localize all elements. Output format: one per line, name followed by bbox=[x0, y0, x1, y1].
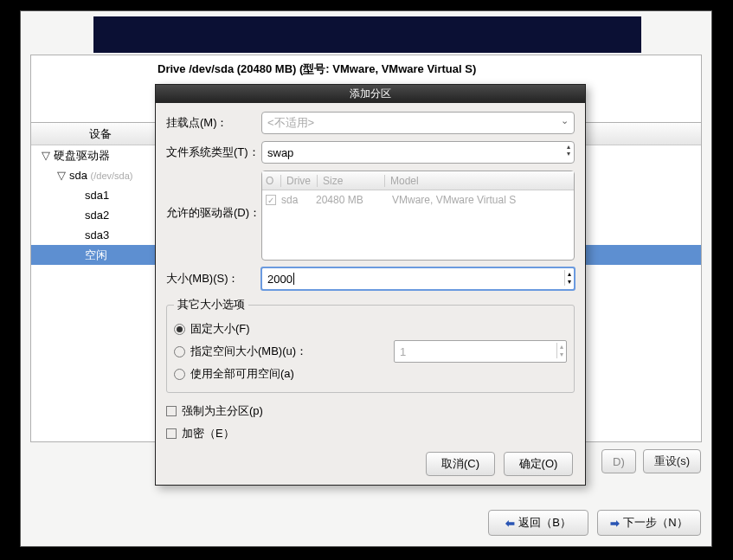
allowed-drives-label: 允许的驱动器(D)： bbox=[166, 171, 261, 221]
drive-row[interactable]: ✓ sda 20480 MB VMware, VMware Virtual S bbox=[262, 190, 574, 209]
banner bbox=[93, 16, 641, 53]
text-caret bbox=[293, 273, 294, 285]
spin-icon[interactable]: ▴▾ bbox=[564, 270, 571, 286]
radio-fillall-label: 使用全部可用空间(a) bbox=[190, 366, 294, 382]
col-model: Model bbox=[385, 175, 574, 187]
drive-list-header: O Drive Size Model bbox=[262, 171, 574, 190]
chevron-down-icon: ⌄ bbox=[561, 115, 569, 126]
checkbox-icon bbox=[166, 428, 177, 439]
drive-size: 20480 MB bbox=[316, 194, 392, 206]
reset-button[interactable]: 重设(s) bbox=[643, 449, 701, 473]
col-check: O bbox=[266, 175, 281, 187]
tree-free-label: 空闲 bbox=[85, 248, 107, 263]
drive-name: sda bbox=[281, 194, 316, 206]
tree-root-label: 硬盘驱动器 bbox=[54, 148, 110, 164]
arrow-left-icon: ⬅ bbox=[505, 517, 515, 530]
tree-disk-label: sda bbox=[69, 169, 87, 182]
fstype-label: 文件系统类型(T)： bbox=[166, 145, 261, 160]
fstype-combo[interactable]: swap ▴▾ bbox=[261, 141, 575, 164]
size-options-legend: 其它大小选项 bbox=[174, 297, 248, 312]
delete-button[interactable]: D) bbox=[601, 449, 636, 473]
drive-header: Drive /dev/sda (20480 MB) (型号: VMware, V… bbox=[158, 61, 476, 77]
next-button[interactable]: ➡ 下一步（N） bbox=[597, 510, 701, 536]
col-size: Size bbox=[318, 175, 385, 187]
back-button[interactable]: ⬅ 返回（B） bbox=[488, 510, 588, 536]
triangle-down-icon: ▽ bbox=[42, 149, 50, 162]
tree-part-label: sda1 bbox=[85, 189, 109, 202]
encrypt-label: 加密（E） bbox=[182, 426, 235, 441]
main-window: Drive /dev/sda (20480 MB) (型号: VMware, V… bbox=[20, 10, 712, 547]
triangle-down-icon: ▽ bbox=[57, 169, 66, 182]
checkbox-icon[interactable]: ✓ bbox=[266, 195, 276, 205]
ok-button[interactable]: 确定(O) bbox=[504, 452, 573, 476]
radio-fill-all[interactable]: 使用全部可用空间(a) bbox=[174, 363, 567, 385]
checkbox-icon bbox=[166, 406, 177, 416]
size-label: 大小(MB)(S)： bbox=[166, 271, 261, 286]
tree-part-label: sda3 bbox=[85, 229, 109, 241]
tree-disk-path: (/dev/sda) bbox=[91, 171, 133, 181]
fillto-value: 1 bbox=[400, 345, 406, 358]
size-options-fieldset: 其它大小选项 固定大小(F) 指定空间大小(MB)(u)： 1 ▴▾ bbox=[166, 297, 575, 393]
col-drive: Drive bbox=[281, 175, 318, 187]
fstype-value: swap bbox=[267, 146, 293, 159]
radio-icon bbox=[174, 346, 185, 357]
next-label: 下一步（N） bbox=[623, 515, 687, 531]
radio-icon bbox=[174, 369, 185, 380]
drive-model: VMware, VMware Virtual S bbox=[392, 194, 570, 206]
add-partition-dialog: 添加分区 挂载点(M)： <不适用> ⌄ 文件系统类型(T)： swap ▴▾ … bbox=[155, 84, 586, 486]
col-device: 设备 bbox=[31, 126, 170, 142]
radio-fixed[interactable]: 固定大小(F) bbox=[174, 318, 567, 340]
size-spinbox[interactable]: 2000 ▴▾ bbox=[261, 267, 575, 290]
radio-icon bbox=[174, 324, 185, 335]
size-value: 2000 bbox=[267, 273, 293, 286]
radio-fixed-label: 固定大小(F) bbox=[190, 321, 250, 337]
dialog-title: 添加分区 bbox=[156, 85, 585, 103]
fill-to-spinbox: 1 ▴▾ bbox=[394, 340, 567, 363]
spin-icon: ▴▾ bbox=[567, 144, 570, 158]
radio-fillto-label: 指定空间大小(MB)(u)： bbox=[190, 344, 307, 359]
arrow-right-icon: ➡ bbox=[610, 517, 620, 530]
tree-part-label: sda2 bbox=[85, 209, 109, 222]
mount-point-combo[interactable]: <不适用> ⌄ bbox=[261, 112, 575, 134]
allowed-drives-list[interactable]: O Drive Size Model ✓ sda 20480 MB VMware… bbox=[261, 171, 575, 261]
back-label: 返回（B） bbox=[518, 515, 571, 531]
mount-label: 挂载点(M)： bbox=[166, 115, 261, 131]
primary-label: 强制为主分区(p) bbox=[182, 403, 263, 419]
cancel-button[interactable]: 取消(C) bbox=[426, 452, 495, 476]
radio-fill-to[interactable]: 指定空间大小(MB)(u)： 1 ▴▾ bbox=[174, 340, 567, 363]
mount-value: <不适用> bbox=[267, 115, 314, 131]
spin-icon: ▴▾ bbox=[556, 343, 563, 358]
checkbox-encrypt[interactable]: 加密（E） bbox=[166, 422, 575, 445]
checkbox-primary[interactable]: 强制为主分区(p) bbox=[166, 400, 575, 422]
